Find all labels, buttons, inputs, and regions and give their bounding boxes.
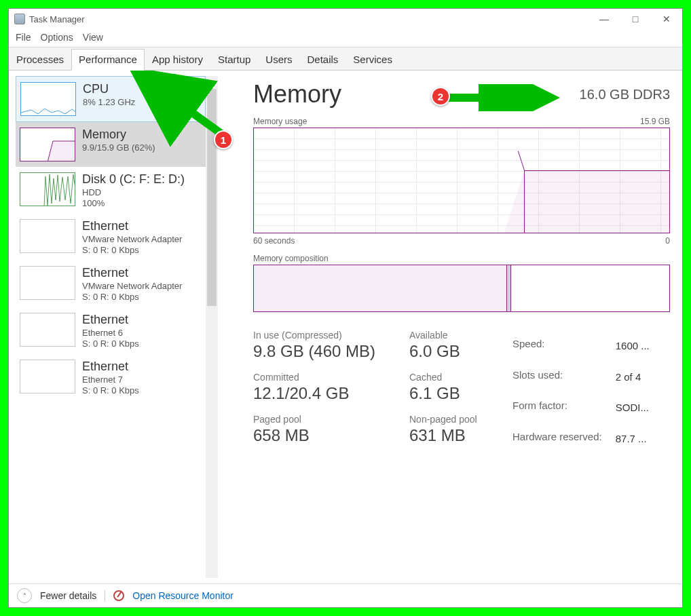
sidebar-item-disk0[interactable]: Disk 0 (C: F: E: D:) HDD 100%: [16, 167, 206, 214]
committed-value: 12.1/20.4 GB: [253, 384, 409, 403]
hwres-label: Hardware reserved:: [512, 424, 614, 454]
memory-usage-chart: [253, 128, 670, 233]
hardware-details-table: Speed:1600 ... Slots used:2 of 4 Form fa…: [511, 330, 651, 455]
paged-value: 658 MB: [253, 426, 409, 445]
tab-details[interactable]: Details: [300, 49, 346, 70]
tab-performance[interactable]: Performance: [71, 49, 145, 71]
resource-monitor-icon: [113, 590, 124, 601]
window-title: Task Manager: [29, 14, 85, 24]
menu-file[interactable]: File: [16, 32, 31, 43]
nonpaged-value: 631 MB: [409, 426, 498, 445]
page-title: Memory: [253, 80, 341, 109]
sidebar-disk-sub2: 100%: [82, 198, 185, 208]
memory-composition-chart: [253, 265, 670, 312]
hwres-value: 87.7 ...: [616, 424, 650, 454]
titlebar: Task Manager — □ ✕: [9, 9, 682, 29]
cached-label: Cached: [409, 372, 498, 383]
cpu-thumbnail-chart: [20, 82, 76, 116]
memory-total-label: 16.0 GB DDR3: [580, 87, 670, 102]
tab-strip: Processes Performance App history Startu…: [9, 47, 682, 71]
sidebar-disk-title: Disk 0 (C: F: E: D:): [82, 172, 185, 187]
tab-users[interactable]: Users: [258, 49, 299, 70]
minimize-button[interactable]: —: [589, 9, 620, 29]
svg-line-0: [141, 76, 226, 137]
usage-chart-label: Memory usage: [253, 117, 307, 126]
available-label: Available: [409, 330, 498, 341]
tab-startup[interactable]: Startup: [210, 49, 258, 70]
slots-value: 2 of 4: [616, 362, 650, 392]
footer: ˄ Fewer details Open Resource Monitor: [9, 583, 682, 607]
composition-label: Memory composition: [253, 254, 329, 263]
separator: [105, 590, 105, 601]
eth-thumbnail-chart: [20, 266, 75, 300]
menubar: File Options View: [9, 29, 682, 47]
tab-processes[interactable]: Processes: [9, 49, 71, 70]
paged-label: Paged pool: [253, 414, 409, 425]
eth-thumbnail-chart: [20, 219, 75, 253]
slots-label: Slots used:: [512, 362, 614, 392]
memory-detail-pane: Memory 16.0 GB DDR3 Memory usage 15.9 GB…: [219, 71, 682, 583]
committed-label: Committed: [253, 372, 409, 383]
cached-value: 6.1 GB: [409, 384, 498, 403]
main-area: CPU 8% 1.23 GHz Memory 9.9/15.9 GB (62%): [9, 71, 682, 583]
performance-sidebar: CPU 8% 1.23 GHz Memory 9.9/15.9 GB (62%): [16, 76, 206, 578]
fewer-details-link[interactable]: Fewer details: [40, 590, 96, 601]
sidebar-item-eth2[interactable]: Ethernet Ethernet 6 S: 0 R: 0 Kbps: [16, 307, 206, 354]
nonpaged-label: Non-paged pool: [409, 414, 498, 425]
sidebar-item-eth3[interactable]: Ethernet Ethernet 7 S: 0 R: 0 Kbps: [16, 354, 206, 401]
task-manager-window: Task Manager — □ ✕ File Options View Pro…: [8, 8, 683, 608]
open-resource-monitor-link[interactable]: Open Resource Monitor: [132, 590, 234, 601]
x-axis-left: 60 seconds: [253, 236, 295, 246]
in-use-label: In use (Compressed): [253, 330, 409, 341]
in-use-value: 9.8 GB (460 MB): [253, 342, 409, 361]
comp-standby: [511, 265, 669, 311]
form-label: Form factor:: [512, 393, 614, 423]
eth-thumbnail-chart: [20, 313, 75, 347]
sidebar-disk-sub1: HDD: [82, 187, 185, 197]
form-value: SODI...: [616, 393, 650, 423]
tab-app-history[interactable]: App history: [145, 49, 210, 70]
annotation-badge-1: 1: [214, 130, 233, 149]
speed-label: Speed:: [512, 331, 614, 361]
eth-thumbnail-chart: [20, 360, 75, 393]
x-axis-right: 0: [665, 236, 670, 246]
maximize-button[interactable]: □: [620, 9, 651, 29]
menu-view[interactable]: View: [83, 32, 103, 43]
speed-value: 1600 ...: [616, 331, 650, 361]
sidebar-item-eth0[interactable]: Ethernet VMware Network Adapter S: 0 R: …: [16, 214, 206, 261]
close-button[interactable]: ✕: [651, 9, 682, 29]
menu-options[interactable]: Options: [41, 32, 73, 43]
comp-in-use: [254, 265, 507, 311]
annotation-arrow-2: [442, 84, 564, 111]
memory-thumbnail-chart: [20, 128, 75, 161]
tab-services[interactable]: Services: [346, 49, 400, 70]
available-value: 6.0 GB: [409, 342, 498, 361]
chevron-up-icon[interactable]: ˄: [17, 588, 32, 603]
disk-thumbnail-chart: [20, 172, 75, 206]
usage-chart-max: 15.9 GB: [640, 117, 670, 126]
task-manager-icon: [14, 14, 25, 24]
sidebar-scrollbar[interactable]: ▲: [206, 76, 218, 578]
annotation-badge-2: 2: [431, 87, 450, 106]
sidebar-item-eth1[interactable]: Ethernet VMware Network Adapter S: 0 R: …: [16, 261, 206, 307]
